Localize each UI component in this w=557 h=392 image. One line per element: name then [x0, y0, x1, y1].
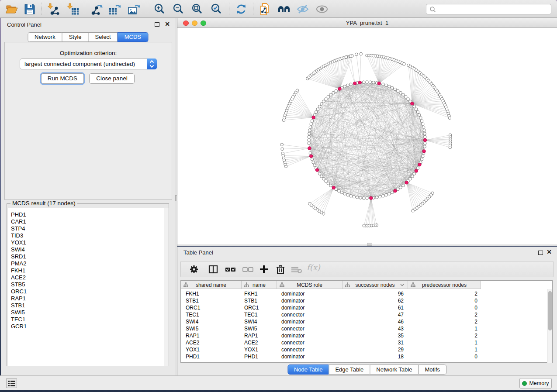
- tab-network-table[interactable]: Network Table: [370, 364, 419, 375]
- zoom-selected-icon[interactable]: [210, 3, 223, 16]
- network-window-titlebar[interactable]: YPA_prune.txt_1: [177, 18, 557, 28]
- mcds-result-item[interactable]: RAP1: [8, 295, 169, 302]
- table-row[interactable]: SWI4SWI4dominator462: [181, 318, 481, 325]
- cell: 2: [408, 332, 481, 339]
- table-row[interactable]: SWI5SWI5connector431: [181, 325, 481, 332]
- export-table-icon[interactable]: [108, 3, 121, 16]
- table-row[interactable]: PHD1PHD1dominator180: [181, 353, 481, 360]
- table-row[interactable]: TEC1TEC1connector472: [181, 311, 481, 318]
- toolbar-separator: [229, 3, 229, 15]
- save-session-icon[interactable]: [23, 3, 36, 16]
- mcds-result-item[interactable]: FKH1: [8, 267, 169, 274]
- task-history-button[interactable]: [6, 378, 17, 388]
- mcds-result-item[interactable]: STB5: [8, 281, 169, 288]
- column-header-shared-name[interactable]: shared name: [181, 281, 242, 289]
- tab-network[interactable]: Network: [28, 32, 62, 42]
- first-neighbors-icon[interactable]: [277, 3, 291, 16]
- tab-edge-table[interactable]: Edge Table: [329, 364, 370, 375]
- zoom-in-icon[interactable]: [153, 3, 166, 16]
- table-settings-gear-icon[interactable]: [189, 264, 199, 276]
- mcds-result-list[interactable]: PHD1CAR1STP4TID3YOX1SWI4SRD1PMA2FKH1ACE2…: [8, 208, 169, 366]
- network-window-title: YPA_prune.txt_1: [177, 20, 557, 26]
- cell: 43: [343, 325, 408, 332]
- mcds-result-item[interactable]: STB1: [8, 302, 169, 309]
- table-row[interactable]: STB1STB1dominator620: [181, 297, 481, 304]
- cell: dominator: [277, 290, 343, 297]
- network-canvas[interactable]: [177, 28, 557, 244]
- toolbar-separator: [42, 3, 42, 15]
- table-row[interactable]: YOX1YOX1connector291: [181, 346, 481, 353]
- export-image-icon[interactable]: [128, 3, 141, 16]
- mcds-result-item[interactable]: CAR1: [8, 218, 169, 225]
- table-scrollbar-thumb[interactable]: [548, 291, 552, 330]
- open-file-icon[interactable]: [5, 3, 18, 16]
- mcds-result-item[interactable]: PHD1: [8, 211, 169, 218]
- memory-button[interactable]: Memory: [519, 378, 552, 389]
- table-header-row: shared namenameMCDS rolesuccessor nodesp…: [181, 281, 481, 289]
- add-column-icon[interactable]: [259, 264, 269, 276]
- show-all-icon[interactable]: [315, 3, 329, 16]
- mcds-result-item[interactable]: STP4: [8, 225, 169, 232]
- import-table-icon[interactable]: [66, 3, 80, 16]
- close-panel-icon[interactable]: ✕: [165, 21, 170, 28]
- optimization-criterion-select[interactable]: largest connected component (undirected): [20, 58, 157, 69]
- cell: 46: [343, 318, 408, 325]
- table-row[interactable]: ORC1ORC1dominator610: [181, 304, 481, 311]
- table-row[interactable]: FKH1FKH1dominator962: [181, 290, 481, 297]
- deselect-all-icon[interactable]: [242, 264, 254, 276]
- import-network-icon[interactable]: [47, 3, 60, 16]
- float-window-icon[interactable]: [155, 22, 159, 27]
- tab-mcds[interactable]: MCDS: [118, 32, 148, 42]
- network-view-window: YPA_prune.txt_1: [177, 18, 557, 247]
- criterion-selected-value: largest connected component (undirected): [24, 61, 135, 67]
- mcds-result-item[interactable]: ACE2: [8, 274, 169, 281]
- cell: connector: [277, 346, 343, 353]
- status-bar: Memory: [0, 375, 557, 390]
- mcds-result-item[interactable]: ORC1: [8, 288, 169, 295]
- column-header-name[interactable]: name: [242, 281, 277, 289]
- mcds-result-item[interactable]: TID3: [8, 232, 169, 239]
- column-header-successor-nodes[interactable]: successor nodes: [343, 281, 408, 289]
- zoom-out-icon[interactable]: [172, 3, 185, 16]
- table-row[interactable]: RAP1RAP1dominator352: [181, 332, 481, 339]
- column-header-MCDS-role[interactable]: MCDS role: [277, 281, 343, 289]
- cell: SWI4: [181, 318, 242, 325]
- table-scrollbar[interactable]: [547, 289, 552, 363]
- tab-node-table[interactable]: Node Table: [287, 364, 329, 375]
- hide-selected-icon[interactable]: [296, 3, 309, 16]
- mcds-result-item[interactable]: SWI4: [8, 246, 169, 253]
- mcds-result-item[interactable]: GCR1: [8, 323, 169, 330]
- tab-select[interactable]: Select: [88, 32, 118, 42]
- zoom-fit-icon[interactable]: [190, 3, 204, 16]
- cell: SWI5: [242, 325, 277, 332]
- select-all-icon[interactable]: [225, 264, 237, 276]
- table-toolbar: f(x): [180, 261, 554, 277]
- delete-column-trash-icon[interactable]: [275, 264, 286, 276]
- column-header-predecessor-nodes[interactable]: predecessor nodes: [408, 281, 481, 289]
- refresh-view-icon[interactable]: [235, 3, 248, 16]
- mcds-result-item[interactable]: YOX1: [8, 239, 169, 246]
- cell: 1: [408, 339, 481, 346]
- export-network-icon[interactable]: [90, 3, 103, 16]
- cell: 18: [343, 353, 408, 360]
- mcds-result-item[interactable]: TEC1: [8, 316, 169, 323]
- tab-motifs[interactable]: Motifs: [418, 364, 446, 375]
- toolbar-separator: [147, 3, 147, 15]
- mcds-result-item[interactable]: SRD1: [8, 253, 169, 260]
- search-input[interactable]: [426, 4, 551, 14]
- cell: 0: [408, 304, 481, 311]
- float-table-panel-icon[interactable]: [538, 251, 543, 255]
- close-panel-button[interactable]: Close panel: [89, 73, 135, 84]
- cell: TEC1: [242, 311, 277, 318]
- cell: SWI5: [181, 325, 242, 332]
- mcds-result-item[interactable]: SWI5: [8, 309, 169, 316]
- tab-style[interactable]: Style: [62, 32, 89, 42]
- run-mcds-button[interactable]: Run MCDS: [41, 73, 84, 84]
- horizontal-splitter-grip[interactable]: [367, 243, 372, 246]
- close-table-panel-icon[interactable]: ✕: [547, 248, 552, 255]
- mcds-list-scrollbar[interactable]: [164, 208, 169, 366]
- table-row[interactable]: ACE2ACE2connector311: [181, 339, 481, 346]
- mcds-result-item[interactable]: PMA2: [8, 260, 169, 267]
- column-chooser-icon[interactable]: [208, 264, 218, 276]
- new-network-from-selection-icon[interactable]: [259, 3, 272, 16]
